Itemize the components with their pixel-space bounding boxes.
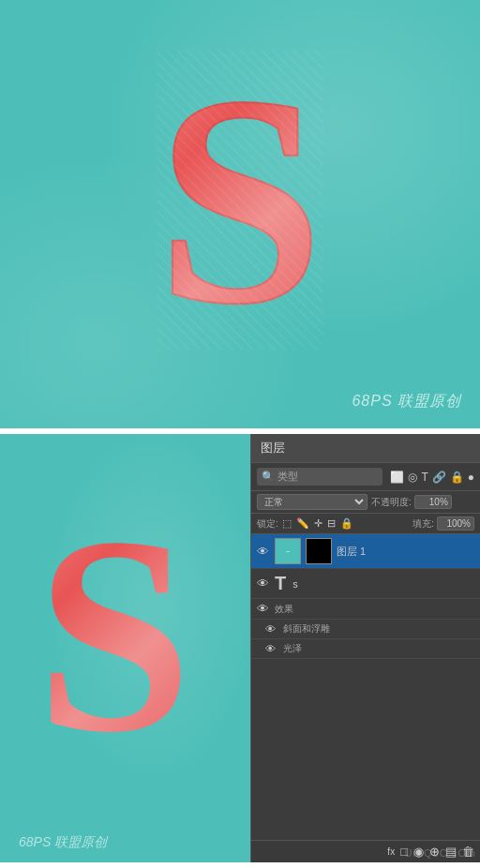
search-icon: 🔍	[262, 471, 275, 483]
panel-header: 图层	[251, 434, 480, 463]
layers-panel: 图层 🔍 类型 ⬜ ◎ T 🔗 🔒 ● 正常 不透明度:	[250, 434, 480, 862]
toolbar-icons: ⬜ ◎ T 🔗 🔒 ●	[390, 471, 474, 484]
fill-label: 填充:	[412, 517, 434, 531]
layers-list: 👁 ~ 图层 1 👁 T s 👁 效果 👁 斜面和浮雕	[251, 534, 480, 840]
eye-icon-satin[interactable]: 👁	[265, 643, 278, 654]
effects-group-item[interactable]: 👁 效果	[251, 599, 480, 620]
lock-label: 锁定:	[257, 517, 278, 531]
lock-icons: ⬚ ✏️ ✛ ⊟ 🔒	[282, 517, 353, 530]
layer-thumb-teal: ~	[275, 538, 301, 564]
bottom-section: S 68PS 联盟原创 图层 🔍 类型 ⬜ ◎ T 🔗 🔒 ●	[0, 434, 480, 862]
blend-opacity-row: 正常 不透明度: 10%	[251, 491, 480, 514]
teal-canvas-bottom: S 68PS 联盟原创	[0, 434, 253, 862]
icon-dot[interactable]: ●	[468, 471, 474, 484]
fill-value[interactable]: 100%	[437, 516, 474, 531]
lock-paint[interactable]: ✏️	[296, 517, 309, 530]
watermark-top: 68PS 联盟原创	[352, 392, 461, 412]
eye-icon-layer-s[interactable]: 👁	[257, 576, 270, 591]
opacity-value[interactable]: 10%	[414, 495, 452, 509]
opacity-label: 不透明度:	[371, 496, 412, 509]
lock-transparency[interactable]: ⬚	[282, 517, 292, 530]
lock-position[interactable]: ✛	[314, 517, 322, 530]
s-letter-display-top: S	[157, 50, 323, 350]
fx-icon[interactable]: fx	[387, 846, 395, 857]
watermark-bottom: 68PS 联盟原创	[19, 834, 107, 851]
blend-mode-select[interactable]: 正常	[257, 494, 368, 510]
icon-text-t[interactable]: T	[421, 471, 428, 484]
icon-image[interactable]: ⬜	[390, 471, 404, 484]
site-watermark: UiBQ3C.cOm	[404, 847, 476, 859]
panel-title: 图层	[261, 440, 285, 456]
icon-circle[interactable]: ◎	[408, 471, 417, 484]
eye-icon-bevel[interactable]: 👁	[265, 623, 278, 635]
s-letter-display-bottom: S	[36, 494, 192, 775]
bevel-emboss-item[interactable]: 👁 斜面和浮雕	[251, 620, 480, 639]
bevel-emboss-label: 斜面和浮雕	[283, 622, 330, 636]
eye-icon-effects[interactable]: 👁	[257, 602, 270, 616]
effects-label: 效果	[275, 603, 293, 616]
opacity-group: 不透明度: 10%	[371, 495, 474, 509]
layer-item-text[interactable]: 👁 T s	[251, 569, 480, 599]
layer-name-s: s	[292, 578, 474, 590]
icon-lock2[interactable]: 🔒	[450, 471, 464, 484]
satin-item[interactable]: 👁 光泽	[251, 639, 480, 659]
lock-artboard[interactable]: ⊟	[327, 517, 336, 530]
satin-label: 光泽	[283, 642, 302, 655]
lock-fill-row: 锁定: ⬚ ✏️ ✛ ⊟ 🔒 填充: 100%	[251, 514, 480, 534]
search-row[interactable]: 🔍 类型	[257, 468, 382, 486]
panel-toolbar: 🔍 类型 ⬜ ◎ T 🔗 🔒 ●	[251, 463, 480, 491]
lock-all[interactable]: 🔒	[340, 517, 353, 530]
icon-path[interactable]: 🔗	[432, 471, 446, 484]
text-layer-t-icon: T	[275, 573, 286, 594]
eye-icon-layer1[interactable]: 👁	[257, 545, 270, 559]
layer-thumb-mask	[306, 538, 332, 564]
layer-item-image[interactable]: 👁 ~ 图层 1	[251, 534, 480, 569]
layer-name-1: 图层 1	[337, 545, 474, 559]
search-label: 类型	[278, 470, 298, 484]
top-canvas: S 68PS 联盟原创	[0, 0, 480, 434]
fill-group: 填充: 100%	[412, 516, 474, 531]
